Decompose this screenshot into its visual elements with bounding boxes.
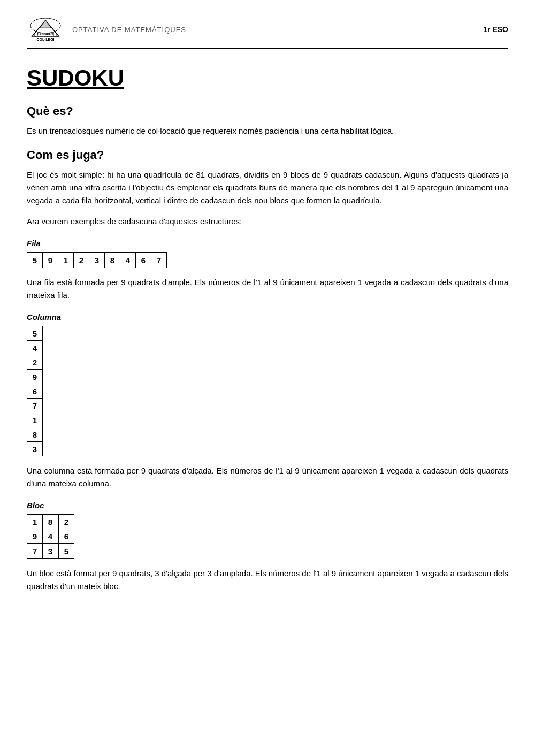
svg-marker-2 xyxy=(40,20,51,28)
fila-cell-1: 9 xyxy=(42,252,58,268)
bloc-label: Bloc xyxy=(27,501,508,510)
columna-cell-0: 5 xyxy=(27,326,43,341)
fila-cell-4: 3 xyxy=(89,252,105,268)
bloc-cell-4: 4 xyxy=(42,529,58,544)
section-com-es-juga-body: El joc és molt simple: hi ha una quadríc… xyxy=(27,169,508,207)
columna-description: Una columna està formada per 9 quadrats … xyxy=(27,464,508,490)
logo-icon: COL·LEGI LES NEUS xyxy=(27,16,64,43)
bloc-cell-2: 2 xyxy=(58,514,74,529)
section-bloc: Bloc 182946735 Un bloc està format per 9… xyxy=(27,501,508,593)
columna-cell-4: 6 xyxy=(27,384,43,399)
columna-cell-6: 1 xyxy=(27,413,43,427)
fila-description: Una fila està formada per 9 quadrats d'a… xyxy=(27,276,508,302)
bloc-cell-1: 8 xyxy=(42,514,58,529)
columna-label: Columna xyxy=(27,312,508,322)
columna-cell-3: 9 xyxy=(27,369,43,384)
section-com-es-juga: Com es juga? El joc és molt simple: hi h… xyxy=(27,148,508,228)
section-que-es: Què es? Es un trencaclosques numèric de … xyxy=(27,104,508,138)
section-que-es-body: Es un trencaclosques numèric de col·loca… xyxy=(27,125,508,138)
section-que-es-heading: Què es? xyxy=(27,104,508,118)
bloc-cell-7: 3 xyxy=(42,544,58,559)
bloc-cell-6: 7 xyxy=(27,544,43,559)
fila-cell-5: 8 xyxy=(104,252,120,268)
fila-cell-3: 2 xyxy=(73,252,89,268)
fila-grid: 591238467 xyxy=(27,252,167,268)
header-subtitle: OPTATIVA DE MATEMÀTIQUES xyxy=(72,26,186,34)
header-left: COL·LEGI LES NEUS OPTATIVA DE MATEMÀTIQU… xyxy=(27,16,186,43)
svg-text:COL·LEGI: COL·LEGI xyxy=(36,37,54,41)
header: COL·LEGI LES NEUS OPTATIVA DE MATEMÀTIQU… xyxy=(27,16,508,49)
columna-cell-7: 8 xyxy=(27,427,43,442)
logo-container: COL·LEGI LES NEUS xyxy=(27,16,64,43)
main-title: SUDOKU xyxy=(27,65,508,91)
fila-cell-7: 6 xyxy=(135,252,151,268)
bloc-description: Un bloc està format per 9 quadrats, 3 d'… xyxy=(27,567,508,593)
fila-cell-6: 4 xyxy=(120,252,136,268)
svg-text:LES NEUS: LES NEUS xyxy=(37,33,54,36)
page: COL·LEGI LES NEUS OPTATIVA DE MATEMÀTIQU… xyxy=(27,0,508,620)
bloc-cell-3: 9 xyxy=(27,529,43,544)
header-level: 1r ESO xyxy=(483,25,508,34)
section-columna: Columna 542967183 Una columna està forma… xyxy=(27,312,508,490)
columna-cell-2: 2 xyxy=(27,355,43,370)
columna-cell-5: 7 xyxy=(27,398,43,413)
fila-label: Fila xyxy=(27,239,508,248)
columna-cell-8: 3 xyxy=(27,441,43,456)
bloc-grid: 182946735 xyxy=(27,514,75,559)
fila-cell-2: 1 xyxy=(58,252,74,268)
columna-cell-1: 4 xyxy=(27,340,43,355)
fila-cell-8: 7 xyxy=(151,252,167,268)
bloc-cell-8: 5 xyxy=(58,544,74,559)
columna-grid: 542967183 xyxy=(27,326,43,456)
section-fila: Fila 591238467 Una fila està formada per… xyxy=(27,239,508,302)
bloc-cell-0: 1 xyxy=(27,514,43,529)
section-com-es-juga-intro: Ara veurem exemples de cadascuna d'aques… xyxy=(27,215,508,228)
bloc-cell-5: 6 xyxy=(58,529,74,544)
section-com-es-juga-heading: Com es juga? xyxy=(27,148,508,162)
fila-cell-0: 5 xyxy=(27,252,43,268)
